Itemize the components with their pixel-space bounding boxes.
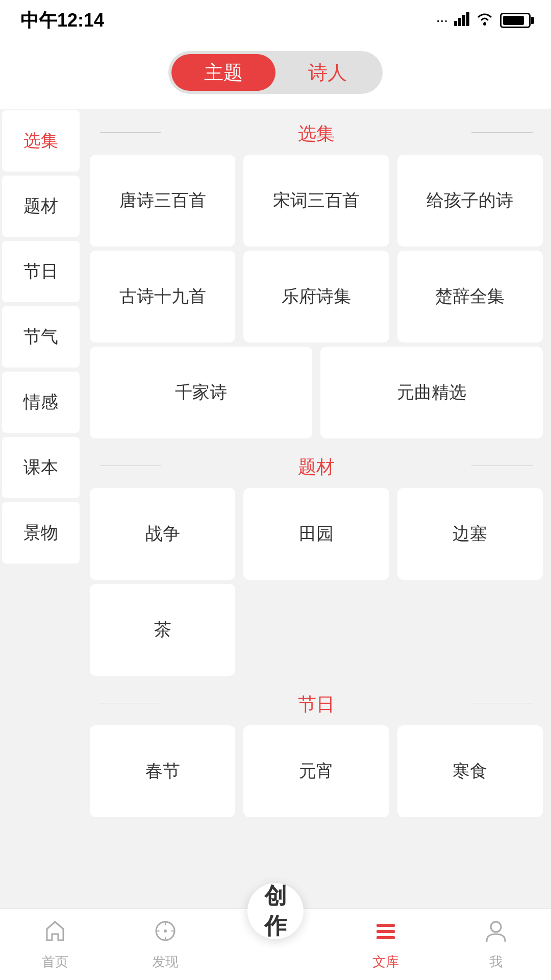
nav-discover-label: 发现 bbox=[152, 953, 179, 971]
signal-bars-icon bbox=[454, 12, 469, 30]
sidebar-item-anthology[interactable]: 选集 bbox=[2, 110, 80, 172]
svg-rect-8 bbox=[377, 930, 395, 933]
wifi-icon bbox=[475, 12, 494, 30]
nav-me[interactable]: 我 bbox=[441, 919, 551, 971]
sidebar-item-solarterm[interactable]: 节气 bbox=[2, 306, 80, 368]
grid-item-war[interactable]: 战争 bbox=[90, 488, 235, 580]
person-icon bbox=[484, 919, 508, 949]
grid-item-yuefu[interactable]: 乐府诗集 bbox=[243, 251, 389, 342]
nav-library[interactable]: 文库 bbox=[331, 919, 441, 971]
grid-item-tangshi[interactable]: 唐诗三百首 bbox=[90, 155, 235, 247]
grid-item-spring-festival[interactable]: 春节 bbox=[90, 725, 235, 817]
tab-toggle: 主题 诗人 bbox=[168, 51, 383, 94]
signal-dots-icon: ··· bbox=[436, 12, 448, 29]
nav-me-label: 我 bbox=[489, 953, 503, 971]
grid-item-tea[interactable]: 茶 bbox=[90, 584, 235, 676]
nav-home-label: 首页 bbox=[42, 953, 68, 971]
content-area: 选集 唐诗三百首 宋词三百首 给孩子的诗 古诗十九首 乐府诗集 楚辞全集 千家诗… bbox=[82, 109, 551, 910]
compass-icon bbox=[153, 919, 178, 949]
main-layout: 选集 题材 节日 节气 情感 课本 景物 选集 唐诗三百首 宋词三百首 给孩子的… bbox=[0, 109, 551, 910]
nav-discover[interactable]: 发现 bbox=[110, 919, 220, 971]
tab-switcher: 主题 诗人 bbox=[0, 41, 551, 109]
section-header-anthology: 选集 bbox=[90, 109, 543, 155]
svg-rect-7 bbox=[377, 924, 395, 927]
grid-item-yuanqu[interactable]: 元曲精选 bbox=[320, 347, 543, 438]
svg-rect-0 bbox=[454, 21, 457, 26]
sidebar-item-emotion[interactable]: 情感 bbox=[2, 372, 80, 433]
grid-item-children[interactable]: 给孩子的诗 bbox=[397, 155, 543, 247]
status-icons: ··· 91 bbox=[436, 12, 531, 30]
svg-point-10 bbox=[491, 922, 501, 932]
anthology-row-2: 古诗十九首 乐府诗集 楚辞全集 bbox=[90, 251, 543, 342]
tab-poet[interactable]: 诗人 bbox=[276, 54, 380, 91]
grid-item-songci[interactable]: 宋词三百首 bbox=[243, 155, 389, 247]
home-icon bbox=[43, 919, 67, 949]
create-button[interactable]: 创作 bbox=[247, 883, 304, 939]
grid-item-chuci[interactable]: 楚辞全集 bbox=[397, 251, 543, 342]
svg-rect-9 bbox=[377, 936, 395, 939]
anthology-row-3: 千家诗 元曲精选 bbox=[90, 347, 543, 438]
sidebar-item-subject[interactable]: 题材 bbox=[2, 176, 80, 237]
anthology-row-1: 唐诗三百首 宋词三百首 给孩子的诗 bbox=[90, 155, 543, 247]
section-header-subject: 题材 bbox=[90, 443, 543, 488]
list-icon bbox=[373, 919, 398, 949]
status-time: 中午12:14 bbox=[20, 8, 104, 33]
sidebar-item-textbook[interactable]: 课本 bbox=[2, 437, 80, 498]
subject-row-2: 茶 bbox=[90, 584, 543, 676]
sidebar-item-scenery[interactable]: 景物 bbox=[2, 502, 80, 564]
grid-item-lantern[interactable]: 元宵 bbox=[243, 725, 389, 817]
holiday-row-1: 春节 元宵 寒食 bbox=[90, 725, 543, 817]
section-header-holiday: 节日 bbox=[90, 680, 543, 725]
grid-item-pastoral[interactable]: 田园 bbox=[243, 488, 389, 580]
sidebar-item-holiday[interactable]: 节日 bbox=[2, 241, 80, 302]
grid-item-frontier[interactable]: 边塞 bbox=[397, 488, 543, 580]
create-icon: 创作 bbox=[264, 881, 287, 941]
svg-rect-2 bbox=[462, 15, 465, 26]
sidebar: 选集 题材 节日 节气 情感 课本 景物 bbox=[0, 109, 82, 910]
nav-library-label: 文库 bbox=[372, 953, 399, 971]
svg-point-6 bbox=[164, 929, 167, 933]
svg-rect-3 bbox=[466, 12, 469, 26]
svg-point-4 bbox=[483, 22, 486, 26]
battery-icon: 91 bbox=[500, 13, 531, 28]
grid-item-gushi19[interactable]: 古诗十九首 bbox=[90, 251, 235, 342]
grid-item-hanshi[interactable]: 寒食 bbox=[397, 725, 543, 817]
tab-theme[interactable]: 主题 bbox=[171, 54, 276, 91]
subject-row-1: 战争 田园 边塞 bbox=[90, 488, 543, 580]
svg-rect-1 bbox=[458, 18, 461, 26]
grid-item-qianjia[interactable]: 千家诗 bbox=[90, 347, 312, 438]
nav-home[interactable]: 首页 bbox=[0, 919, 110, 971]
status-bar: 中午12:14 ··· 91 bbox=[0, 0, 551, 41]
